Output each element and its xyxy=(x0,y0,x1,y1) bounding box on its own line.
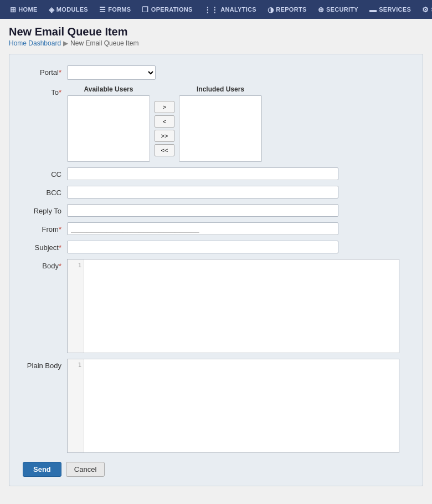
nav-reports[interactable]: ◑ REPORTS xyxy=(262,0,312,19)
breadcrumb-current: New Email Queue Item xyxy=(70,39,138,47)
available-users-listbox[interactable] xyxy=(67,95,150,162)
send-button[interactable]: Send xyxy=(23,462,61,477)
forms-icon: ☰ xyxy=(99,6,106,14)
included-users-listbox[interactable] xyxy=(179,95,262,162)
services-icon: ▬ xyxy=(369,6,377,14)
included-users-label: Included Users xyxy=(197,85,244,93)
cc-label: CC xyxy=(23,167,67,179)
plain-body-row: Plain Body 1 xyxy=(23,359,409,453)
nav-forms[interactable]: ☰ FORMS xyxy=(94,0,137,19)
system-icon: ⚙ xyxy=(422,6,429,14)
cancel-button[interactable]: Cancel xyxy=(66,462,105,477)
nav-system[interactable]: ⚙ SYSTEM xyxy=(416,0,432,19)
available-users-label: Available Users xyxy=(84,85,133,93)
nav-security[interactable]: ⊕ SECURITY xyxy=(312,0,364,19)
body-label: Body* xyxy=(23,259,67,270)
from-label: From* xyxy=(23,222,67,233)
nav-services[interactable]: ▬ SERVICES xyxy=(364,0,416,19)
available-users-section: Available Users xyxy=(67,85,150,162)
subject-row: Subject* xyxy=(23,241,409,253)
subject-label: Subject* xyxy=(23,241,67,252)
nav-operations[interactable]: ❐ OPERATIONS xyxy=(136,0,198,19)
plain-body-textarea[interactable] xyxy=(84,359,399,452)
to-row: To* Available Users > < >> << Included U… xyxy=(23,85,409,162)
to-label: To* xyxy=(23,85,67,96)
bcc-label: BCC xyxy=(23,186,67,197)
form-actions: Send Cancel xyxy=(23,462,409,477)
page-title: New Email Queue Item xyxy=(9,26,423,38)
analytics-icon: ⋮⋮ xyxy=(204,6,219,14)
security-icon: ⊕ xyxy=(318,6,324,14)
cc-input[interactable] xyxy=(67,167,338,180)
portal-select[interactable] xyxy=(67,65,156,80)
bcc-input[interactable] xyxy=(67,186,338,198)
breadcrumb: Home Dashboard ▶ New Email Queue Item xyxy=(9,39,423,47)
nav-analytics[interactable]: ⋮⋮ ANALYTICS xyxy=(198,0,262,19)
page-content: New Email Queue Item Home Dashboard ▶ Ne… xyxy=(0,19,432,493)
body-row: Body* 1 xyxy=(23,259,409,353)
reply-to-label: Reply To xyxy=(23,204,67,215)
bcc-row: BCC xyxy=(23,186,409,198)
modules-icon: ◈ xyxy=(49,6,54,14)
plain-body-line-numbers: 1 xyxy=(68,359,84,452)
reply-to-row: Reply To xyxy=(23,204,409,217)
plain-body-editor-wrapper: 1 xyxy=(67,359,399,453)
subject-input[interactable] xyxy=(67,241,338,253)
transfer-all-left-button[interactable]: << xyxy=(155,144,174,156)
home-icon: ⊞ xyxy=(10,6,16,14)
top-navigation: ⊞ HOME ◈ MODULES ☰ FORMS ❐ OPERATIONS ⋮⋮… xyxy=(0,0,432,19)
to-field-wrapper: Available Users > < >> << Included Users xyxy=(67,85,262,162)
portal-label: Portal* xyxy=(23,65,67,77)
plain-body-label: Plain Body xyxy=(23,359,67,370)
breadcrumb-separator: ▶ xyxy=(63,39,68,47)
included-users-section: Included Users xyxy=(179,85,262,162)
body-line-numbers: 1 xyxy=(68,259,84,353)
operations-icon: ❐ xyxy=(142,6,148,14)
nav-modules[interactable]: ◈ MODULES xyxy=(43,0,94,19)
transfer-all-right-button[interactable]: >> xyxy=(155,130,174,142)
transfer-right-button[interactable]: > xyxy=(155,101,174,113)
form-container: Portal* To* Available Users > < >> << xyxy=(9,54,423,486)
portal-row: Portal* xyxy=(23,65,409,80)
nav-home[interactable]: ⊞ HOME xyxy=(4,0,43,19)
reply-to-input[interactable] xyxy=(67,204,338,217)
from-input[interactable] xyxy=(67,222,338,235)
transfer-left-button[interactable]: < xyxy=(155,115,174,128)
cc-row: CC xyxy=(23,167,409,180)
reports-icon: ◑ xyxy=(268,6,274,14)
body-textarea[interactable] xyxy=(84,259,399,353)
transfer-buttons: > < >> << xyxy=(150,85,179,156)
from-row: From* xyxy=(23,222,409,235)
breadcrumb-home[interactable]: Home Dashboard xyxy=(9,39,61,47)
body-editor-wrapper: 1 xyxy=(67,259,399,353)
